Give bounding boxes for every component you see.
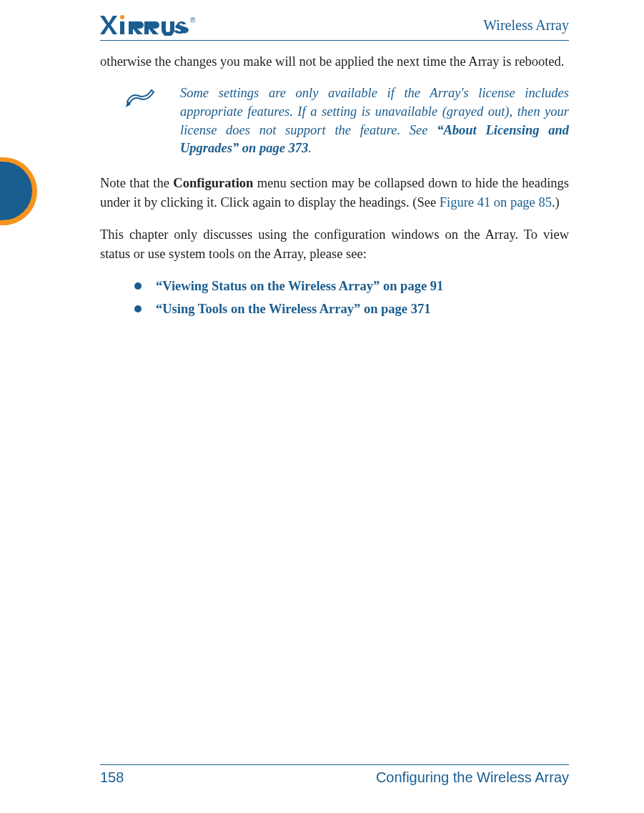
paragraph-configuration-note: Note that the Configuration menu section… <box>100 174 569 212</box>
figure-crossref-link[interactable]: Figure 41 on page 85 <box>440 195 552 210</box>
note-callout: Some settings are only available if the … <box>100 84 569 159</box>
svg-rect-3 <box>144 21 149 34</box>
svg-marker-0 <box>100 16 117 34</box>
para2-bold: Configuration <box>173 176 253 190</box>
bullet-list: “Viewing Status on the Wireless Array” o… <box>134 277 569 320</box>
brand-logo: ® <box>100 14 207 36</box>
svg-text:®: ® <box>190 16 196 24</box>
page-footer: 158 Configuring the Wireless Array <box>100 764 569 786</box>
header-product-name: Wireless Array <box>483 17 569 34</box>
page-content: ® Wireless Array otherwise the changes y… <box>0 0 644 813</box>
list-item: “Using Tools on the Wireless Array” on p… <box>134 300 569 319</box>
para2-post: .) <box>552 195 560 210</box>
page-header: ® Wireless Array <box>100 14 569 41</box>
page-number: 158 <box>100 769 124 786</box>
bullet-icon <box>134 305 142 312</box>
list-item: “Viewing Status on the Wireless Array” o… <box>134 277 569 296</box>
crossref-link-viewing-status[interactable]: “Viewing Status on the Wireless Array” o… <box>156 277 443 296</box>
svg-rect-1 <box>120 21 124 34</box>
pencil-note-icon <box>120 86 160 117</box>
paragraph-chapter-scope: This chapter only discusses using the co… <box>100 225 569 264</box>
svg-rect-2 <box>129 21 133 34</box>
crossref-link-using-tools[interactable]: “Using Tools on the Wireless Array” on p… <box>156 300 430 319</box>
para2-pre: Note that the <box>100 176 173 190</box>
svg-point-4 <box>120 15 124 19</box>
bullet-icon <box>134 282 142 290</box>
xirrus-logo-icon: ® <box>100 14 207 36</box>
note-posttext: . <box>308 141 312 155</box>
note-body: Some settings are only available if the … <box>180 84 569 159</box>
paragraph-continuation: otherwise the changes you make will not … <box>100 52 569 72</box>
footer-section-title: Configuring the Wireless Array <box>376 769 569 786</box>
